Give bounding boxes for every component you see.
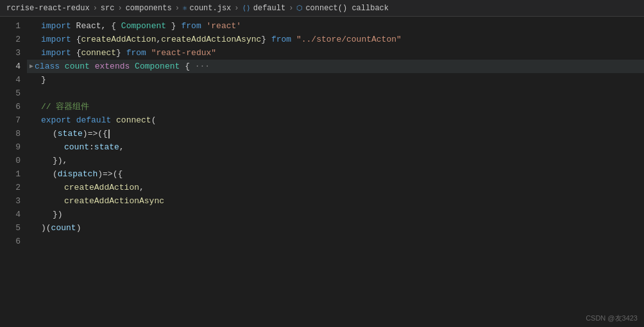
code-line-12: createAddAction, bbox=[27, 181, 644, 194]
line-num-10: 0 bbox=[0, 154, 21, 167]
breadcrumb-item-src[interactable]: src bbox=[101, 4, 115, 13]
line-num-8: 8 bbox=[0, 127, 21, 140]
watermark: CSDN @友3423 bbox=[586, 314, 638, 323]
line-num-7: 7 bbox=[0, 113, 21, 127]
breadcrumb-sep-4: › bbox=[234, 4, 239, 13]
code-line-16 bbox=[27, 235, 644, 248]
breadcrumb-item-connect[interactable]: connect() callback bbox=[305, 4, 389, 13]
line-num-4b: 4 bbox=[0, 73, 21, 87]
code-line-10: }), bbox=[27, 154, 644, 167]
breadcrumb-item-project[interactable]: rcrise-react-redux bbox=[6, 4, 90, 13]
line-num-11: 1 bbox=[0, 167, 21, 181]
line-num-13: 3 bbox=[0, 194, 21, 208]
breadcrumb-icon-connect: ⬡ bbox=[296, 4, 303, 12]
breadcrumb-sep-5: › bbox=[289, 4, 293, 13]
line-num-9: 9 bbox=[0, 140, 21, 154]
code-line-6: // 容器组件 bbox=[27, 100, 644, 113]
code-line-8: (state)=>({ bbox=[27, 127, 644, 140]
code-line-11: (dispatch)=>({ bbox=[27, 167, 644, 181]
breadcrumb-icon-react: ⚛ bbox=[183, 4, 187, 12]
code-line-14: }) bbox=[27, 208, 644, 221]
code-area[interactable]: import React, { Component } from 'react'… bbox=[27, 17, 644, 327]
code-line-1: import React, { Component } from 'react' bbox=[27, 19, 644, 33]
line-num-14: 4 bbox=[0, 208, 21, 221]
line-num-2: 2 bbox=[0, 33, 21, 46]
line-num-6: 6 bbox=[0, 100, 21, 113]
code-line-2: import {createAddAction,createAddActionA… bbox=[27, 33, 644, 46]
code-line-4-close: } bbox=[27, 73, 644, 87]
breadcrumb-item-file[interactable]: count.jsx bbox=[189, 4, 231, 13]
breadcrumb-sep-2: › bbox=[117, 4, 122, 13]
line-num-3: 3 bbox=[0, 46, 21, 60]
line-num-5: 5 bbox=[0, 87, 21, 100]
line-num-16: 6 bbox=[0, 235, 21, 248]
breadcrumb-item-default[interactable]: default bbox=[253, 4, 285, 13]
line-num-4a: 4 bbox=[0, 60, 21, 73]
line-num-1: 1 bbox=[0, 19, 21, 33]
code-line-3: import {connect} from "react-redux" bbox=[27, 46, 644, 60]
line-num-12: 2 bbox=[0, 181, 21, 194]
code-line-7: export default connect( bbox=[27, 113, 644, 127]
code-line-9: count:state, bbox=[27, 140, 644, 154]
breadcrumb-sep-3: › bbox=[175, 4, 180, 13]
breadcrumb-sep-1: › bbox=[93, 4, 97, 13]
code-line-13: createAddActionAsync bbox=[27, 194, 644, 208]
line-num-15: 5 bbox=[0, 221, 21, 235]
code-line-4-collapsed: ▶class count extends Component { ··· bbox=[27, 60, 644, 73]
editor-container: 1 2 3 4 4 5 6 7 8 9 0 1 2 3 4 5 6 import… bbox=[0, 17, 644, 327]
breadcrumb-item-components[interactable]: components bbox=[126, 4, 172, 13]
code-line-5 bbox=[27, 87, 644, 100]
breadcrumb-icon-default: ⟨⟩ bbox=[242, 4, 251, 12]
code-line-15: )(count) bbox=[27, 221, 644, 235]
breadcrumb-bar: rcrise-react-redux › src › components › … bbox=[0, 0, 644, 17]
line-numbers: 1 2 3 4 4 5 6 7 8 9 0 1 2 3 4 5 6 bbox=[0, 17, 27, 327]
